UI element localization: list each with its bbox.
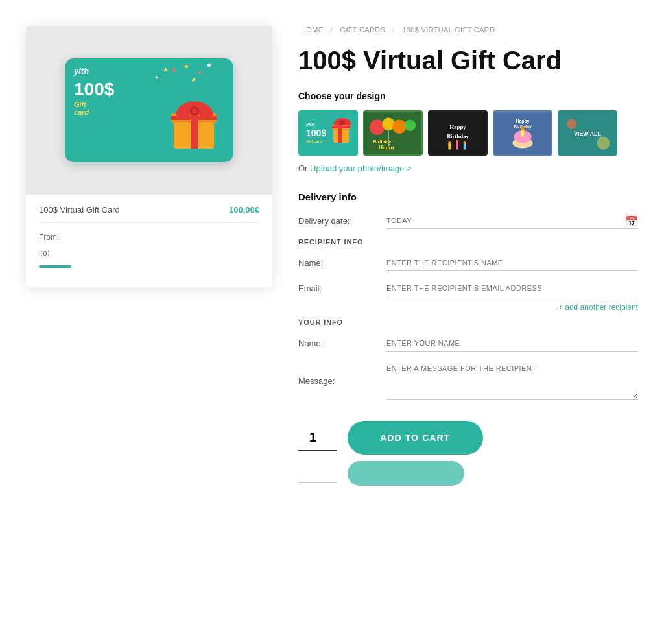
design-label: Choose your design <box>298 91 638 101</box>
design-thumb-1-inner: yith 100$ Gift card <box>300 112 357 154</box>
gift-label: Giftcard <box>74 101 89 116</box>
design-thumb-5[interactable]: VIEW ALL <box>558 110 617 156</box>
design-thumbnails: yith 100$ Gift card <box>298 110 638 156</box>
svg-point-22 <box>392 119 407 134</box>
gift-card-info: 100$ Virtual Gift Card 100,00€ From: To: <box>26 195 272 268</box>
svg-point-46 <box>597 137 610 150</box>
design-thumb-2[interactable]: Happy Birthday <box>363 110 423 156</box>
message-label: Message: <box>298 376 376 386</box>
recipient-email-input[interactable] <box>386 280 638 296</box>
design-thumb-5-inner: VIEW ALL <box>559 112 616 154</box>
breadcrumb: HOME / GIFT CARDS / 100$ VIRTUAL GIFT CA… <box>298 26 638 34</box>
cart-area: ADD TO CART <box>298 421 638 455</box>
delivery-date-row: Delivery date: 📅 <box>298 213 638 229</box>
quantity-input[interactable] <box>298 425 337 451</box>
svg-point-45 <box>567 119 577 129</box>
svg-text:100$: 100$ <box>306 128 326 138</box>
svg-text:yith: yith <box>305 122 314 127</box>
recipient-info-label: RECIPIENT INFO <box>298 238 638 246</box>
svg-point-36 <box>464 141 466 144</box>
calendar-icon[interactable]: 📅 <box>625 215 638 228</box>
message-textarea[interactable] <box>386 361 638 400</box>
svg-text:Birthday: Birthday <box>374 139 392 145</box>
bottom-partial-row <box>298 461 638 486</box>
recipient-name-input[interactable] <box>386 255 638 271</box>
to-label: To: <box>39 246 259 261</box>
amount-text: 100$ <box>74 80 114 99</box>
gift-card-price: 100,00€ <box>229 205 259 215</box>
design-section: Choose your design yith 100$ Gift card <box>298 91 638 173</box>
breadcrumb-current: 100$ VIRTUAL GIFT CARD <box>402 26 495 34</box>
page-wrapper: yith 100$ Giftcard ★ ★ <box>0 0 664 512</box>
progress-bar <box>39 265 71 268</box>
gift-card-name: 100$ Virtual Gift Card <box>39 205 120 215</box>
svg-point-20 <box>370 119 385 134</box>
delivery-date-label: Delivery date: <box>298 216 376 226</box>
design-thumb-2-inner: Happy Birthday <box>364 112 421 154</box>
your-name-input[interactable] <box>386 335 638 352</box>
svg-text:Gift card: Gift card <box>306 139 322 143</box>
breadcrumb-gift-cards[interactable]: GIFT CARDS <box>340 26 386 34</box>
design-thumb-1[interactable]: yith 100$ Gift card <box>298 110 358 156</box>
svg-text:Happy: Happy <box>449 124 466 130</box>
svg-text:VIEW ALL: VIEW ALL <box>574 130 601 137</box>
your-name-row: Name: <box>298 335 638 352</box>
design-thumb-3-inner: Happy Birthday <box>429 112 486 154</box>
upload-photo-link[interactable]: Upload your photo/image > <box>310 163 411 173</box>
svg-rect-15 <box>332 126 350 128</box>
gift-card-from-to: From: To: <box>39 231 259 260</box>
progress-bar-area <box>39 265 259 268</box>
add-to-cart-button[interactable]: ADD TO CART <box>348 421 483 455</box>
left-panel: yith 100$ Giftcard ★ ★ <box>26 26 272 486</box>
your-info-label: YOUR INFO <box>298 318 638 326</box>
svg-point-7 <box>192 108 197 113</box>
svg-point-18 <box>340 120 345 125</box>
breadcrumb-home[interactable]: HOME <box>301 26 323 34</box>
yith-logo: yith <box>74 66 89 76</box>
svg-rect-31 <box>448 143 451 150</box>
add-to-cart-secondary[interactable] <box>348 461 464 486</box>
your-name-label: Name: <box>298 339 376 348</box>
svg-text:Happy: Happy <box>379 144 396 150</box>
design-thumb-3[interactable]: Happy Birthday <box>428 110 488 156</box>
design-thumb-4-inner: Happy Birthday <box>494 112 551 154</box>
svg-text:Birthday: Birthday <box>447 133 469 139</box>
message-row: Message: <box>298 361 638 401</box>
right-panel: HOME / GIFT CARDS / 100$ VIRTUAL GIFT CA… <box>298 26 638 486</box>
gift-box-svg <box>169 95 220 156</box>
svg-point-43 <box>521 126 525 130</box>
gift-card-preview-box: yith 100$ Giftcard ★ ★ <box>26 26 272 287</box>
svg-text:Happy: Happy <box>516 119 530 124</box>
recipient-email-label: Email: <box>298 283 376 293</box>
gift-card-title-row: 100$ Virtual Gift Card 100,00€ <box>39 205 259 223</box>
recipient-name-wrap <box>386 255 638 271</box>
delivery-date-wrap: 📅 <box>386 213 638 229</box>
design-thumb-4[interactable]: Happy Birthday <box>493 110 552 156</box>
product-title: 100$ Virtual Gift Card <box>298 45 638 75</box>
recipient-email-wrap <box>386 280 638 296</box>
from-label: From: <box>39 231 259 245</box>
svg-point-23 <box>405 119 416 131</box>
svg-rect-33 <box>464 143 466 150</box>
svg-point-34 <box>448 141 451 144</box>
recipient-name-row: Name: <box>298 255 638 271</box>
delivery-section-title: Delivery info <box>298 191 638 202</box>
delivery-date-input[interactable] <box>386 213 638 229</box>
breadcrumb-sep-1: / <box>331 26 335 34</box>
gift-card-image-area: yith 100$ Giftcard ★ ★ <box>26 26 272 195</box>
svg-rect-32 <box>456 142 458 150</box>
recipient-name-label: Name: <box>298 258 376 268</box>
add-recipient-link[interactable]: + add another recipient <box>298 303 638 312</box>
message-wrap <box>386 361 638 401</box>
breadcrumb-sep-2: / <box>393 26 397 34</box>
delivery-section: Delivery info Delivery date: 📅 RECIPIENT… <box>298 191 638 401</box>
recipient-email-row: Email: <box>298 280 638 296</box>
svg-point-35 <box>456 140 458 143</box>
gift-card-visual: yith 100$ Giftcard ★ ★ <box>65 58 233 162</box>
your-name-wrap <box>386 335 638 352</box>
upload-link: Or Upload your photo/image > <box>298 163 638 173</box>
quantity-input-secondary[interactable] <box>298 464 337 483</box>
